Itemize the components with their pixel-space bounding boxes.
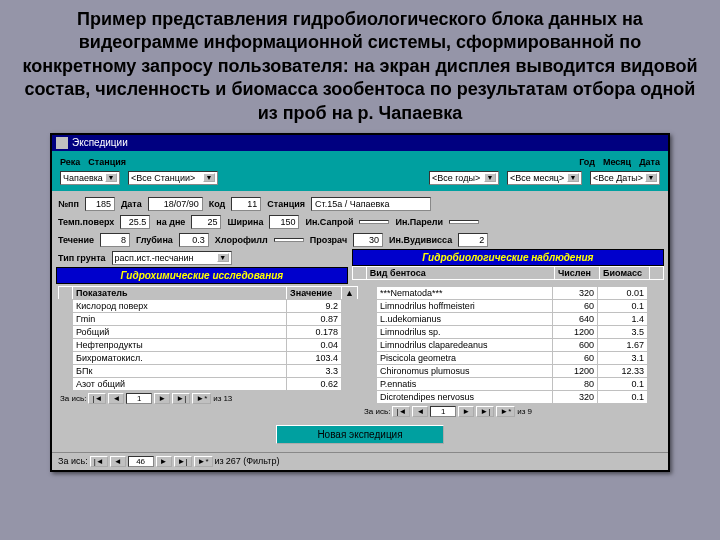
bio-panel: ***Nematoda***3200.01Limnodrilus hoffmei… bbox=[362, 286, 662, 419]
data-input[interactable]: 18/07/90 bbox=[148, 197, 203, 211]
shirina-input[interactable]: 150 bbox=[269, 215, 299, 229]
nrec-input[interactable]: 185 bbox=[85, 197, 115, 211]
nav-prev-button[interactable]: ◄ bbox=[412, 406, 428, 417]
nav-total: 267 (Фильтр) bbox=[226, 456, 280, 466]
nav-first-button[interactable]: |◄ bbox=[90, 456, 108, 467]
nav-label: За ись: bbox=[58, 456, 88, 466]
chevron-down-icon[interactable]: ▼ bbox=[217, 253, 229, 262]
chlor-label: Хлорофилл bbox=[215, 235, 268, 245]
reka-dropdown[interactable]: Чапаевка▼ bbox=[60, 171, 120, 185]
kod-input[interactable]: 11 bbox=[231, 197, 261, 211]
chem-table: ПоказательЗначение▲ Кислород поверх9.2Гm… bbox=[58, 286, 358, 391]
pokazatel-col: Показатель bbox=[73, 286, 287, 299]
bio-table: ***Nematoda***3200.01Limnodrilus hoffmei… bbox=[362, 286, 662, 404]
chlor-input[interactable] bbox=[274, 238, 304, 242]
glubina-input[interactable]: 0.3 bbox=[179, 233, 209, 247]
chevron-down-icon[interactable]: ▼ bbox=[105, 173, 117, 182]
nav-label: За ись: bbox=[364, 407, 390, 416]
data-dropdown[interactable]: <Все Даты>▼ bbox=[590, 171, 660, 185]
stanciya-dropdown[interactable]: <Все Станции>▼ bbox=[128, 171, 218, 185]
table-row[interactable]: Limnodrilus sp.12003.5 bbox=[363, 325, 662, 338]
table-row[interactable]: L.udekomianus6401.4 bbox=[363, 312, 662, 325]
techenie-label: Течение bbox=[58, 235, 94, 245]
nav-current[interactable]: 1 bbox=[430, 406, 456, 417]
insap-label: Ин.Сапрой bbox=[305, 217, 353, 227]
table-row[interactable]: Кислород поверх9.2 bbox=[59, 299, 358, 312]
chevron-down-icon[interactable]: ▼ bbox=[645, 173, 657, 182]
nav-next-button[interactable]: ► bbox=[458, 406, 474, 417]
nadne-input[interactable]: 25 bbox=[191, 215, 221, 229]
chevron-down-icon[interactable]: ▼ bbox=[203, 173, 215, 182]
inpar-label: Ин.Парели bbox=[395, 217, 443, 227]
table-row[interactable]: Азот общий0.62 bbox=[59, 377, 358, 390]
table-row[interactable]: БПк3.3 bbox=[59, 364, 358, 377]
table-row[interactable]: ***Nematoda***3200.01 bbox=[363, 286, 662, 299]
nav-new-button[interactable]: ►* bbox=[192, 393, 211, 404]
grunt-dropdown[interactable]: расп.ист.-песчанин▼ bbox=[112, 251, 232, 265]
insap-input[interactable] bbox=[359, 220, 389, 224]
inpar-input[interactable] bbox=[449, 220, 479, 224]
nav-label: За ись: bbox=[60, 394, 86, 403]
table-row[interactable]: Бихроматокисл.103.4 bbox=[59, 351, 358, 364]
chevron-down-icon[interactable]: ▼ bbox=[484, 173, 496, 182]
shirina-label: Ширина bbox=[227, 217, 263, 227]
nav-iz: из bbox=[213, 394, 221, 403]
table-row[interactable]: Робщий0.178 bbox=[59, 325, 358, 338]
grunt-label: Тип грунта bbox=[58, 253, 106, 263]
nav-total: 9 bbox=[527, 407, 531, 416]
table-row[interactable]: Limnodrilus claparedeanus6001.67 bbox=[363, 338, 662, 351]
stanciya-label: Станция bbox=[88, 157, 126, 167]
table-row[interactable]: Нефтепродукты0.04 bbox=[59, 338, 358, 351]
filter-panel: Река Станция Год Месяц Дата Чапаевка▼ <В… bbox=[52, 151, 668, 191]
temp-input[interactable]: 25.5 bbox=[120, 215, 150, 229]
chem-navbar: За ись: |◄ ◄ 1 ► ►| ►* из 13 bbox=[58, 391, 358, 406]
mesyac-dropdown[interactable]: <Все месяц>▼ bbox=[507, 171, 582, 185]
nav-new-button[interactable]: ►* bbox=[496, 406, 515, 417]
table-row[interactable]: Piscicola geometra603.1 bbox=[363, 351, 662, 364]
nav-prev-button[interactable]: ◄ bbox=[110, 456, 126, 467]
nav-last-button[interactable]: ►| bbox=[174, 456, 192, 467]
chem-panel: ПоказательЗначение▲ Кислород поверх9.2Гm… bbox=[58, 286, 358, 419]
nav-prev-button[interactable]: ◄ bbox=[108, 393, 124, 404]
nav-new-button[interactable]: ►* bbox=[194, 456, 213, 467]
count-col: Числен bbox=[555, 266, 600, 279]
invud-input[interactable]: 2 bbox=[458, 233, 488, 247]
titlebar: Экспедиции bbox=[52, 135, 668, 151]
temp-label: Темп.поверх bbox=[58, 217, 114, 227]
new-expedition-button[interactable]: Новая экспедиция bbox=[276, 425, 443, 444]
techenie-input[interactable]: 8 bbox=[100, 233, 130, 247]
invud-label: Ин.Вудивисса bbox=[389, 235, 452, 245]
hydro-bio-header: Гидробиологические наблюдения bbox=[352, 249, 664, 266]
params-panel: №пп 185 Дата 18/07/90 Код 11 Станция Ст.… bbox=[52, 191, 668, 452]
znachenie-col: Значение bbox=[287, 286, 342, 299]
kod-label: Код bbox=[209, 199, 226, 209]
scroll-up-icon[interactable]: ▲ bbox=[342, 286, 358, 299]
nav-first-button[interactable]: |◄ bbox=[392, 406, 410, 417]
prozrach-input[interactable]: 30 bbox=[353, 233, 383, 247]
table-row[interactable]: Гmin0.87 bbox=[59, 312, 358, 325]
nrec-label: №пп bbox=[58, 199, 79, 209]
chevron-down-icon[interactable]: ▼ bbox=[567, 173, 579, 182]
nav-last-button[interactable]: ►| bbox=[476, 406, 494, 417]
mesyac-label: Месяц bbox=[603, 157, 631, 167]
table-row[interactable]: Chironomus plumosus120012.33 bbox=[363, 364, 662, 377]
page-title: Пример представления гидробиологического… bbox=[0, 0, 720, 133]
biomass-col: Биомасс bbox=[600, 266, 650, 279]
stanciya2-label: Станция bbox=[267, 199, 305, 209]
table-row[interactable]: Dicrotendipes nervosus3200.1 bbox=[363, 390, 662, 403]
app-icon bbox=[56, 137, 68, 149]
god-dropdown[interactable]: <Все годы>▼ bbox=[429, 171, 499, 185]
app-window: Экспедиции Река Станция Год Месяц Дата Ч… bbox=[50, 133, 670, 472]
nav-current[interactable]: 46 bbox=[128, 456, 154, 467]
nav-next-button[interactable]: ► bbox=[156, 456, 172, 467]
nav-next-button[interactable]: ► bbox=[154, 393, 170, 404]
stanciya-input[interactable]: Ст.15а / Чапаевка bbox=[311, 197, 431, 211]
nav-iz: из bbox=[215, 456, 224, 466]
table-row[interactable]: Limnodrilus hoffmeisteri600.1 bbox=[363, 299, 662, 312]
species-header-table: Вид бентосаЧисленБиомасс bbox=[352, 266, 664, 280]
table-row[interactable]: P.ennatis800.1 bbox=[363, 377, 662, 390]
nav-last-button[interactable]: ►| bbox=[172, 393, 190, 404]
nadne-label: на дне bbox=[156, 217, 185, 227]
nav-first-button[interactable]: |◄ bbox=[88, 393, 106, 404]
nav-current[interactable]: 1 bbox=[126, 393, 152, 404]
